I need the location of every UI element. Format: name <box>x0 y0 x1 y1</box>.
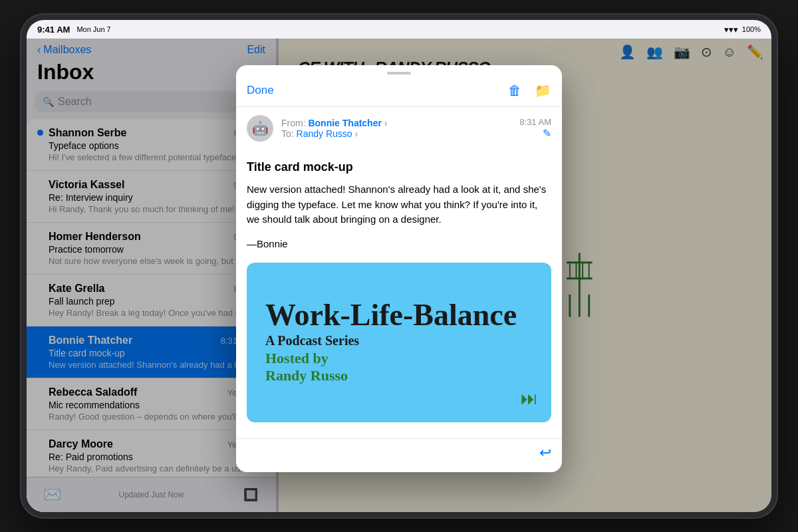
main-content: ‹ Mailboxes Edit Inbox 🔍 Search 🎤 <box>27 39 771 512</box>
trash-icon[interactable]: 🗑 <box>508 83 521 98</box>
ipad-frame: 9:41 AM Mon Jun 7 ▾▾▾ 100% ‹ Mailboxes E… <box>20 13 778 519</box>
email-body: Title card mock-up New version attached!… <box>236 150 562 438</box>
podcast-hosted: Hosted by Randy Russo <box>265 350 533 384</box>
sheet-handle <box>236 65 562 77</box>
reply-button[interactable]: ↩ <box>539 444 551 462</box>
to-label: To: <box>281 128 294 139</box>
status-date: Mon Jun 7 <box>76 25 110 33</box>
battery-icon: 100% <box>742 25 761 33</box>
folder-icon[interactable]: 📁 <box>535 82 551 98</box>
from-line: From: Bonnie Thatcher › <box>281 118 511 128</box>
email-from-row: 🤖 From: Bonnie Thatcher › To: Randy Russ… <box>236 107 562 150</box>
email-subject: Title card mock-up <box>247 160 551 174</box>
edit-timestamp-icon[interactable]: ✎ <box>543 128 551 139</box>
from-name: Bonnie Thatcher <box>308 118 381 128</box>
email-detail-overlay: Done 🗑 📁 🤖 From: Bonnie Thatcher <box>27 39 771 512</box>
email-sheet-toolbar: Done 🗑 📁 <box>236 77 562 107</box>
done-button[interactable]: Done <box>247 84 274 97</box>
status-time: 9:41 AM <box>37 25 70 35</box>
status-bar: 9:41 AM Mon Jun 7 ▾▾▾ 100% <box>27 20 771 39</box>
to-chevron[interactable]: › <box>355 128 358 139</box>
podcast-play-button[interactable]: ⏭ <box>521 388 538 409</box>
email-footer: ↩ <box>236 438 562 472</box>
email-body-text: New version attached! Shannon's already … <box>247 182 551 227</box>
email-detail-sheet: Done 🗑 📁 🤖 From: Bonnie Thatcher <box>236 65 562 472</box>
handle-bar <box>387 72 411 74</box>
sender-avatar: 🤖 <box>247 115 273 142</box>
podcast-card: Work-Life‑Balance A Podcast Series Hoste… <box>247 263 551 422</box>
podcast-subtitle: A Podcast Series <box>265 333 533 348</box>
from-label: From: <box>281 118 306 128</box>
to-line: To: Randy Russo › <box>281 128 511 139</box>
email-meta: From: Bonnie Thatcher › To: Randy Russo … <box>281 118 511 139</box>
email-timestamp: 8:31 AM ✎ <box>519 117 551 140</box>
from-chevron[interactable]: › <box>384 118 388 128</box>
podcast-title: Work-Life‑Balance <box>265 300 533 331</box>
to-name: Randy Russo <box>297 128 352 139</box>
ipad-screen: 9:41 AM Mon Jun 7 ▾▾▾ 100% ‹ Mailboxes E… <box>27 20 771 512</box>
sheet-toolbar-icons: 🗑 📁 <box>508 82 551 98</box>
wifi-icon: ▾▾▾ <box>724 25 738 35</box>
email-signature: —Bonnie <box>247 238 551 249</box>
